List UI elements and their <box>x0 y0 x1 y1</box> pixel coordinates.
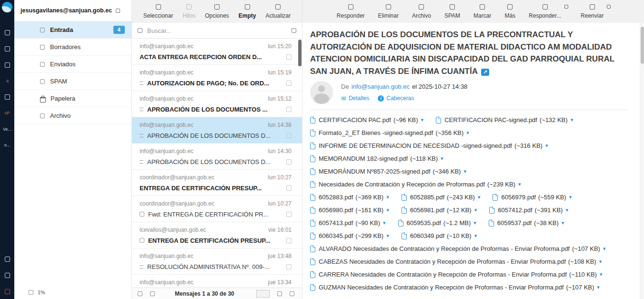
search-icon[interactable] <box>138 28 142 33</box>
toolbar-button-archivo[interactable]: Archivo <box>411 3 432 20</box>
message-row[interactable]: coordinador@sanjuan.gob.eclun 10:27Fwd: … <box>132 196 302 222</box>
attachment-dropdown-caret[interactable]: ▾ <box>466 130 469 136</box>
message-checkbox[interactable] <box>286 133 292 138</box>
toolbar-button-mas[interactable]: Más <box>503 3 516 20</box>
toolbar-button-seleccionar[interactable]: Seleccionar <box>142 3 174 20</box>
message-row[interactable]: info@sanjuan.gob.eclun 14:38APROBACIÓN D… <box>132 117 302 144</box>
folder-item-papelera[interactable]: Papelera <box>14 90 131 107</box>
message-row[interactable]: info@sanjuan.gob.ecjue 13:48RESOLUCIÓN A… <box>132 248 302 275</box>
attachment-item[interactable]: Necesidades de Contratación y Recepción … <box>310 181 521 188</box>
toolbar-button-empty[interactable]: Empty <box>238 3 257 20</box>
folder-item-spam[interactable]: SPAM <box>14 73 131 90</box>
attachment-item[interactable]: 6060345.pdf(~299 KB)▾ <box>310 232 389 239</box>
attachment-item[interactable]: CABEZAS Necesidades de Contratación y Re… <box>310 258 602 265</box>
attachment-dropdown-caret[interactable]: ▾ <box>383 220 386 226</box>
message-row[interactable]: info@sanjuan.gob.eclun 15:12APROBACIÓN D… <box>132 91 302 117</box>
sender-email-link[interactable]: info@sanjuan.gob.ec <box>352 83 410 90</box>
attachment-item[interactable]: 6060349.pdf(~10 KB)▾ <box>402 232 477 239</box>
message-checkbox[interactable] <box>286 264 292 269</box>
toolbar-button-actualizar[interactable]: Actualizar <box>265 3 292 20</box>
attachment-dropdown-caret[interactable]: ▾ <box>562 220 564 226</box>
attachment-dropdown-caret[interactable]: ▾ <box>603 246 606 252</box>
attachment-item[interactable]: CERTIFICACION PAC-signed.pdf(~132 KB)▾ <box>436 116 573 124</box>
search-options-icon[interactable] <box>292 28 296 33</box>
toolbar-button-responder[interactable]: Responder <box>336 3 366 20</box>
toolbar-dropdown-icon[interactable] <box>564 5 568 9</box>
account-switcher[interactable]: jesusgavilanes@sanjuan.gob.ec <box>14 0 131 21</box>
headers-link[interactable]: i Cabeceras <box>378 95 414 102</box>
toolbar-button-reenviar[interactable]: Reenviar <box>580 3 604 20</box>
attachment-dropdown-caret[interactable]: ▾ <box>569 194 572 200</box>
attachment-dropdown-caret[interactable]: ▾ <box>478 194 481 200</box>
list-footer-icon[interactable] <box>150 291 155 296</box>
reader-scrollbar[interactable] <box>640 23 644 299</box>
attachment-dropdown-caret[interactable]: ▾ <box>463 168 466 175</box>
message-checkbox[interactable] <box>286 81 292 86</box>
attachment-dropdown-caret[interactable]: ▾ <box>565 207 568 213</box>
toolbar-button-marcar[interactable]: Marcar <box>473 3 492 20</box>
attachment-item[interactable]: 6056981.pdf(~12 KB)▾ <box>402 206 477 214</box>
attachment-item[interactable]: MEMORANDUM 182-signed.pdf(~118 KB)▾ <box>310 155 443 162</box>
list-footer-icon[interactable] <box>277 291 282 296</box>
message-checkbox[interactable] <box>286 107 292 112</box>
toolbar-button-responder[interactable]: Responder... <box>528 3 562 20</box>
toolbar-button-opciones[interactable]: Opciones <box>204 3 230 20</box>
attachment-item[interactable]: 6056979.pdf(~559 KB)▾ <box>493 194 572 201</box>
attachment-item[interactable]: 6052885.pdf(~243 KB)▾ <box>402 194 481 201</box>
attachment-dropdown-caret[interactable]: ▾ <box>597 284 600 290</box>
attachment-dropdown-caret[interactable]: ▾ <box>474 233 477 239</box>
rail-text-item[interactable]: -! <box>6 79 9 83</box>
message-checkbox[interactable] <box>286 238 292 243</box>
attachment-dropdown-caret[interactable]: ▾ <box>600 271 603 278</box>
attachment-dropdown-caret[interactable]: ▾ <box>386 207 389 213</box>
attachment-dropdown-caret[interactable]: ▾ <box>421 117 424 123</box>
attachment-dropdown-caret[interactable]: ▾ <box>518 181 521 187</box>
toolbar-dropdown-icon[interactable] <box>607 5 611 9</box>
app-logo-icon[interactable] <box>2 2 12 12</box>
attachment-item[interactable]: Formato_2_ET Bienes -signed-signed.pdf(~… <box>310 129 469 136</box>
attachment-dropdown-caret[interactable]: ▾ <box>545 143 548 149</box>
attachment-dropdown-caret[interactable]: ▾ <box>474 207 477 213</box>
folder-item-enviados[interactable]: Enviados <box>14 56 131 73</box>
attachment-item[interactable]: GUZMAN Necesidades de Contratación y Rec… <box>310 284 600 291</box>
attachment-item[interactable]: CARRERA Necesidades de Contratación y Re… <box>310 271 602 278</box>
rail-app-icon[interactable] <box>5 273 10 278</box>
list-footer-icon[interactable] <box>290 291 294 296</box>
attachment-item[interactable]: 6059535.pdf(~1.2 MB)▾ <box>398 219 476 227</box>
message-checkbox[interactable] <box>286 159 292 165</box>
message-row[interactable]: info@sanjuan.gob.eclun 15:20ACTA ENTREGA… <box>132 39 302 65</box>
attachment-item[interactable]: 6059537.pdf(~38 KB)▾ <box>489 219 564 227</box>
rail-app-icon[interactable] <box>5 257 10 262</box>
rail-app-icon[interactable] <box>5 46 10 52</box>
toolbar-button-hilos[interactable]: Hilos <box>181 3 196 20</box>
attachment-item[interactable]: MEMORÁNDUM Nº857-2025-signed.pdf(~346 KB… <box>310 168 466 175</box>
rail-app-icon[interactable] <box>5 62 10 68</box>
search-input[interactable] <box>147 27 287 34</box>
attachment-dropdown-caret[interactable]: ▾ <box>386 233 389 239</box>
attachment-dropdown-caret[interactable]: ▾ <box>599 258 602 265</box>
page-input[interactable] <box>256 290 270 298</box>
attachment-item[interactable]: 6057412.pdf(~391 KB)▾ <box>489 206 568 214</box>
rail-app-icon[interactable] <box>5 94 10 100</box>
folder-item-entrada[interactable]: Entrada4 <box>14 21 131 39</box>
attachment-dropdown-caret[interactable]: ▾ <box>571 117 574 123</box>
attachment-item[interactable]: ALVARADO Necesidades de Contratación y R… <box>310 245 605 252</box>
rail-app-icon[interactable] <box>5 30 10 35</box>
list-scrollbar[interactable] <box>298 39 302 288</box>
list-scrollbar-thumb[interactable] <box>298 40 302 66</box>
rail-text-item[interactable]: cP <box>5 111 10 115</box>
message-checkbox[interactable] <box>286 212 292 217</box>
list-footer-icon[interactable] <box>138 291 142 296</box>
attachment-item[interactable]: 6052883.pdf(~369 KB)▾ <box>310 194 389 201</box>
details-link[interactable]: ✉ Detalles <box>341 95 369 102</box>
message-row[interactable]: lcevallos@sanjuan.gob.ecvie 16:01ENTREGA… <box>132 222 302 248</box>
attachment-dropdown-caret[interactable]: ▾ <box>441 155 443 162</box>
open-in-new-icon[interactable]: ↗ <box>481 69 489 76</box>
rail-text-item[interactable]: Ve... <box>3 127 11 132</box>
folder-item-archivo[interactable]: Archivo <box>14 107 131 124</box>
rail-text-item[interactable]: o... <box>4 143 10 147</box>
folder-item-borradores[interactable]: Borradores <box>14 39 131 56</box>
attachment-item[interactable]: CERTIFICACION PAC.pdf(~96 KB)▾ <box>310 116 423 124</box>
message-row[interactable]: info@sanjuan.gob.eclun 15:19AUTORIZACION… <box>132 65 302 91</box>
message-row[interactable]: coordinador@sanjuan.gob.eclun 10:27ENTRE… <box>132 170 302 196</box>
